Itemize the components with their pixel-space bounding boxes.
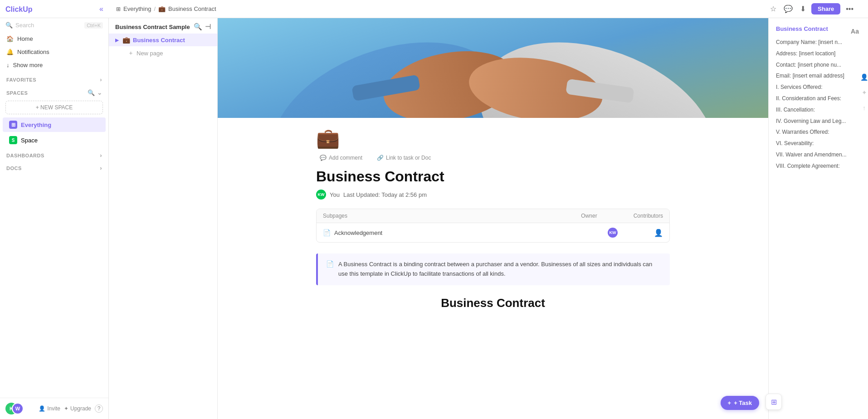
outline-item[interactable]: III. Cancellation:: [769, 104, 868, 116]
spaces-search-icon[interactable]: 🔍: [88, 89, 95, 96]
doc-sidebar-title: Business Contract Sample: [115, 24, 190, 30]
new-space-button[interactable]: + NEW SPACE: [5, 101, 103, 114]
outline-item[interactable]: Address: [insert location]: [769, 48, 868, 59]
favorites-expand-icon[interactable]: ›: [100, 76, 102, 83]
add-comment-label: Add comment: [329, 155, 362, 161]
doc-meta: KW You Last Updated: Today at 2:56 pm: [316, 190, 670, 200]
sidebar-item-notifications[interactable]: 🔔 Notifications: [0, 45, 108, 58]
collapse-sidebar-button[interactable]: «: [99, 5, 103, 13]
sidebar-item-space[interactable]: S Space: [3, 133, 106, 147]
plus-icon: +: [728, 400, 731, 406]
callout-text: A Business Contract is a binding contrac…: [338, 260, 662, 279]
left-sidebar: 🔍 Search Ctrl+K 🏠 Home 🔔 Notifications ↓…: [0, 18, 109, 419]
doc-sidebar-actions: 🔍 ⊣: [194, 23, 211, 31]
doc-callout: 📄 A Business Contract is a binding contr…: [316, 253, 670, 285]
search-shortcut: Ctrl+K: [84, 22, 103, 29]
sidebar-item-home[interactable]: 🏠 Home: [0, 32, 108, 45]
doc-icon-large[interactable]: 💼: [316, 127, 670, 149]
grid-view-fab[interactable]: ⊞: [766, 394, 782, 410]
outline-item[interactable]: Company Name: [insert n...: [769, 37, 868, 48]
help-button[interactable]: ?: [95, 404, 103, 413]
subpages-table-header: Subpages Owner Contributors: [317, 209, 669, 223]
topbar-actions: ☆ 💬 ⬇ Share •••: [768, 3, 861, 15]
author-label: You: [330, 191, 340, 198]
add-page-button[interactable]: ＋ New page: [109, 46, 217, 60]
everything-label: Everything: [21, 122, 51, 128]
subpage-name: Acknowledgement: [334, 229, 382, 236]
search-label: Search: [15, 22, 34, 29]
side-actions: 👤 ✦ ↑: [859, 73, 868, 112]
app-logo[interactable]: ClickUp: [5, 4, 42, 14]
outline-item[interactable]: V. Warranties Offered:: [769, 127, 868, 138]
owner-avatar: KW: [608, 228, 618, 238]
contributors-column-header: Contributors: [634, 213, 663, 219]
outline-item[interactable]: VIII. Complete Agreement:: [769, 161, 868, 172]
doc-action-bar: 💬 Add comment 🔗 Link to task or Doc: [316, 153, 670, 163]
subpages-table: Subpages Owner Contributors 📄 Acknowledg…: [316, 209, 670, 243]
outline-item[interactable]: Email: [insert email address]: [769, 70, 868, 82]
outline-item[interactable]: I. Services Offered:: [769, 82, 868, 93]
sidebar-item-show-more[interactable]: ↓ Show more: [0, 58, 108, 72]
spaces-actions: 🔍 ⌄: [88, 89, 102, 96]
topbar-main: ⊞ Everything / 💼 Business Contract ☆ 💬 ⬇…: [109, 3, 868, 15]
upgrade-button[interactable]: ✦ Upgrade: [64, 405, 91, 412]
task-label: + Task: [734, 400, 752, 406]
sidebar-bottom: K W 👤 Invite ✦ Upgrade ?: [0, 398, 108, 419]
add-task-fab[interactable]: + + Task: [721, 396, 759, 410]
download-button[interactable]: ⬇: [798, 3, 808, 15]
link-to-task-button[interactable]: 🔗 Link to task or Doc: [373, 153, 434, 163]
link-icon: 🔗: [377, 155, 384, 161]
breadcrumb-page-name[interactable]: Business Contract: [168, 5, 216, 12]
doc-tree-item-business-contract[interactable]: ▶ 💼 Business Contract: [109, 34, 217, 46]
outline-item[interactable]: IV. Governing Law and Leg...: [769, 116, 868, 127]
add-comment-button[interactable]: 💬 Add comment: [316, 153, 366, 163]
sidebar-item-everything[interactable]: ⊞ Everything: [3, 117, 106, 132]
outline-item[interactable]: VII. Waiver and Amendmen...: [769, 149, 868, 161]
outline-item[interactable]: II. Consideration and Fees:: [769, 93, 868, 104]
table-row[interactable]: 📄 Acknowledgement KW 👤: [317, 223, 669, 242]
chat-button[interactable]: 💬: [782, 3, 795, 15]
handshake-visual: [218, 18, 768, 118]
outline-item[interactable]: Contact: [insert phone nu...: [769, 59, 868, 71]
breadcrumb-workspace[interactable]: Everything: [123, 5, 151, 12]
sidebar-item-label: Notifications: [17, 49, 49, 55]
docs-label: DOCS: [6, 166, 22, 171]
share-button[interactable]: Share: [811, 3, 840, 15]
author-avatar: KW: [316, 190, 326, 200]
doc-tree-label: Business Contract: [133, 37, 185, 44]
plus-icon: ＋: [128, 49, 134, 57]
spaces-expand-icon[interactable]: ⌄: [97, 89, 102, 96]
upload-action-icon[interactable]: ↑: [862, 103, 867, 112]
docs-section[interactable]: DOCS ›: [0, 161, 108, 173]
search-icon: 🔍: [5, 22, 13, 29]
notifications-icon: 🔔: [6, 49, 14, 55]
space-label: Space: [21, 137, 38, 144]
user-action-icon[interactable]: 👤: [859, 73, 868, 82]
dashboards-section[interactable]: DASHBOARDS ›: [0, 148, 108, 161]
invite-button[interactable]: 👤 Invite: [39, 405, 60, 412]
spaces-label: SPACES: [6, 90, 28, 96]
doc-collapse-icon[interactable]: ⊣: [205, 23, 211, 31]
bookmark-button[interactable]: ☆: [768, 3, 778, 15]
doc-hero-image: [218, 18, 768, 118]
doc-title: Business Contract: [316, 168, 670, 185]
outline-item[interactable]: VI. Severability:: [769, 138, 868, 149]
topbar: ClickUp « ⊞ Everything / 💼 Business Cont…: [0, 0, 868, 18]
spaces-section-header: SPACES 🔍 ⌄: [0, 85, 108, 98]
star-action-icon[interactable]: ✦: [861, 88, 868, 97]
link-label: Link to task or Doc: [386, 155, 431, 161]
upgrade-label: Upgrade: [70, 405, 91, 412]
breadcrumb: ⊞ Everything / 💼 Business Contract: [116, 5, 216, 12]
grid-icon: ⊞: [116, 6, 121, 12]
add-page-label: New page: [137, 50, 163, 57]
subpage-owner: KW: [608, 228, 618, 238]
main-layout: 🔍 Search Ctrl+K 🏠 Home 🔔 Notifications ↓…: [0, 18, 868, 419]
owner-column-header: Owner: [581, 213, 597, 219]
dashboards-chevron-icon: ›: [100, 152, 102, 159]
comment-icon: 💬: [320, 155, 327, 161]
doc-search-icon[interactable]: 🔍: [194, 23, 202, 31]
favorites-actions: ›: [100, 76, 102, 83]
more-options-button[interactable]: •••: [844, 3, 855, 15]
typography-button[interactable]: Aa: [849, 25, 861, 37]
search-bar[interactable]: 🔍 Search Ctrl+K: [0, 18, 108, 32]
